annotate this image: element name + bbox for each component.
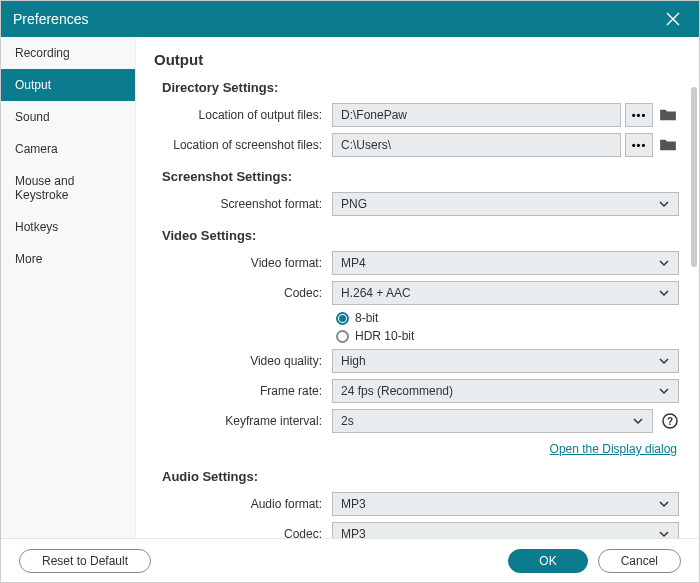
browse-screenshot-button[interactable]: ••• xyxy=(625,133,653,157)
section-directory-title: Directory Settings: xyxy=(162,80,679,95)
sidebar-item-recording[interactable]: Recording xyxy=(1,37,135,69)
reset-to-default-button[interactable]: Reset to Default xyxy=(19,549,151,573)
sidebar-item-camera[interactable]: Camera xyxy=(1,133,135,165)
select-video-quality[interactable]: High xyxy=(332,349,679,373)
row-bit-depth: 8-bit HDR 10-bit xyxy=(154,311,679,343)
radio-hdr-label: HDR 10-bit xyxy=(355,329,414,343)
label-video-format: Video format: xyxy=(154,256,332,270)
radio-8-bit[interactable]: 8-bit xyxy=(336,311,414,325)
folder-icon xyxy=(659,108,677,122)
row-screenshot-location: Location of screenshot files: ••• xyxy=(154,133,679,157)
select-frame-rate[interactable]: 24 fps (Recommend) xyxy=(332,379,679,403)
svg-text:?: ? xyxy=(667,416,673,427)
radio-8-bit-label: 8-bit xyxy=(355,311,378,325)
panel-title: Output xyxy=(154,51,679,68)
radio-icon xyxy=(336,312,349,325)
chevron-down-icon xyxy=(658,257,670,269)
row-keyframe-interval: Keyframe interval: 2s ? xyxy=(154,409,679,433)
scrollbar[interactable] xyxy=(691,87,697,528)
section-audio-title: Audio Settings: xyxy=(162,469,679,484)
close-icon xyxy=(666,12,680,26)
sidebar-item-output[interactable]: Output xyxy=(1,69,135,101)
label-keyframe-interval: Keyframe interval: xyxy=(154,414,332,428)
sidebar-item-mouse-keystroke[interactable]: Mouse and Keystroke xyxy=(1,165,135,211)
open-output-folder-button[interactable] xyxy=(657,103,679,127)
sidebar-item-hotkeys[interactable]: Hotkeys xyxy=(1,211,135,243)
input-output-location[interactable] xyxy=(332,103,621,127)
row-frame-rate: Frame rate: 24 fps (Recommend) xyxy=(154,379,679,403)
window-title: Preferences xyxy=(13,11,88,27)
chevron-down-icon xyxy=(632,415,644,427)
section-screenshot-title: Screenshot Settings: xyxy=(162,169,679,184)
row-video-codec: Codec: H.264 + AAC xyxy=(154,281,679,305)
open-display-dialog-link[interactable]: Open the Display dialog xyxy=(550,442,677,456)
footer: Reset to Default OK Cancel xyxy=(1,538,699,582)
select-audio-format[interactable]: MP3 xyxy=(332,492,679,516)
label-frame-rate: Frame rate: xyxy=(154,384,332,398)
chevron-down-icon xyxy=(658,528,670,538)
keyframe-help-button[interactable]: ? xyxy=(661,412,679,430)
browse-output-button[interactable]: ••• xyxy=(625,103,653,127)
select-keyframe-interval[interactable]: 2s xyxy=(332,409,653,433)
row-audio-codec: Codec: MP3 xyxy=(154,522,679,538)
input-screenshot-location[interactable] xyxy=(332,133,621,157)
body: Recording Output Sound Camera Mouse and … xyxy=(1,37,699,538)
label-audio-codec: Codec: xyxy=(154,527,332,538)
row-screenshot-format: Screenshot format: PNG xyxy=(154,192,679,216)
folder-icon xyxy=(659,138,677,152)
label-audio-format: Audio format: xyxy=(154,497,332,511)
row-video-quality: Video quality: High xyxy=(154,349,679,373)
label-output-location: Location of output files: xyxy=(154,108,332,122)
open-screenshot-folder-button[interactable] xyxy=(657,133,679,157)
preferences-window: Preferences Recording Output Sound Camer… xyxy=(0,0,700,583)
select-audio-codec[interactable]: MP3 xyxy=(332,522,679,538)
label-screenshot-format: Screenshot format: xyxy=(154,197,332,211)
sidebar-item-sound[interactable]: Sound xyxy=(1,101,135,133)
label-video-codec: Codec: xyxy=(154,286,332,300)
chevron-down-icon xyxy=(658,198,670,210)
chevron-down-icon xyxy=(658,385,670,397)
chevron-down-icon xyxy=(658,498,670,510)
label-screenshot-location: Location of screenshot files: xyxy=(154,138,332,152)
sidebar-item-more[interactable]: More xyxy=(1,243,135,275)
cancel-button[interactable]: Cancel xyxy=(598,549,681,573)
radio-hdr-10-bit[interactable]: HDR 10-bit xyxy=(336,329,414,343)
row-audio-format: Audio format: MP3 xyxy=(154,492,679,516)
select-video-format[interactable]: MP4 xyxy=(332,251,679,275)
chevron-down-icon xyxy=(658,287,670,299)
select-video-codec[interactable]: H.264 + AAC xyxy=(332,281,679,305)
row-output-location: Location of output files: ••• xyxy=(154,103,679,127)
row-video-format: Video format: MP4 xyxy=(154,251,679,275)
help-icon: ? xyxy=(662,413,678,429)
sidebar: Recording Output Sound Camera Mouse and … xyxy=(1,37,136,538)
select-screenshot-format[interactable]: PNG xyxy=(332,192,679,216)
content-panel: Output Directory Settings: Location of o… xyxy=(136,37,699,538)
titlebar: Preferences xyxy=(1,1,699,37)
section-video-title: Video Settings: xyxy=(162,228,679,243)
chevron-down-icon xyxy=(658,355,670,367)
radio-icon xyxy=(336,330,349,343)
close-button[interactable] xyxy=(659,5,687,33)
ok-button[interactable]: OK xyxy=(508,549,587,573)
display-link-row: Open the Display dialog xyxy=(154,439,677,457)
label-video-quality: Video quality: xyxy=(154,354,332,368)
